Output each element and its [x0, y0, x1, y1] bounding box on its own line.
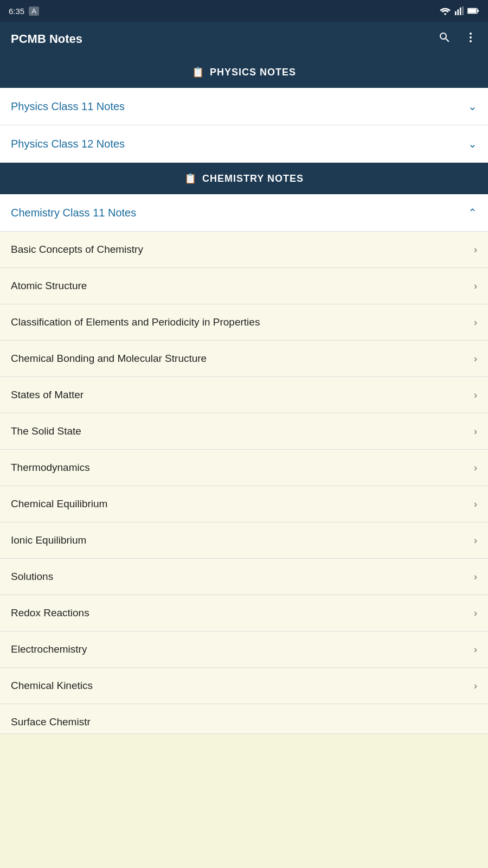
- physics-header-text: PHYSICS NOTES: [210, 67, 296, 78]
- time-display: 6:35: [9, 7, 24, 16]
- list-item[interactable]: States of Matter ›: [0, 377, 488, 413]
- svg-point-8: [470, 36, 472, 39]
- svg-rect-1: [457, 9, 459, 15]
- electrochemistry-label: Electrochemistry: [11, 643, 87, 655]
- status-bar: 6:35 A: [0, 0, 488, 22]
- surface-chemistry-label: Surface Chemistr: [11, 716, 91, 728]
- svg-point-9: [470, 40, 472, 42]
- svg-rect-6: [468, 9, 477, 12]
- chemical-bonding-arrow-icon: ›: [474, 353, 477, 365]
- chemistry-class-11-label: Chemistry Class 11 Notes: [11, 207, 136, 219]
- chemical-equilibrium-arrow-icon: ›: [474, 499, 477, 510]
- solutions-label: Solutions: [11, 571, 53, 583]
- chemical-kinetics-label: Chemical Kinetics: [11, 680, 93, 692]
- a-indicator: A: [29, 7, 39, 16]
- search-button[interactable]: [438, 31, 451, 47]
- ionic-equilibrium-arrow-icon: ›: [474, 535, 477, 546]
- battery-icon: [467, 7, 479, 15]
- classification-arrow-icon: ›: [474, 317, 477, 328]
- atomic-structure-arrow-icon: ›: [474, 280, 477, 292]
- list-item[interactable]: Chemical Bonding and Molecular Structure…: [0, 341, 488, 377]
- chemical-equilibrium-label: Chemical Equilibrium: [11, 498, 107, 510]
- basic-concepts-label: Basic Concepts of Chemistry: [11, 244, 143, 256]
- list-item[interactable]: Thermodynamics ›: [0, 450, 488, 486]
- list-item[interactable]: Ionic Equilibrium ›: [0, 522, 488, 559]
- physics-class-11-item[interactable]: Physics Class 11 Notes ⌄: [0, 88, 488, 125]
- list-item[interactable]: Redox Reactions ›: [0, 595, 488, 631]
- physics-class-12-item[interactable]: Physics Class 12 Notes ⌄: [0, 125, 488, 163]
- chemistry-header-text: CHEMISTRY NOTES: [202, 173, 304, 184]
- list-item[interactable]: Solutions ›: [0, 559, 488, 595]
- physics-class-12-label: Physics Class 12 Notes: [11, 138, 125, 150]
- svg-rect-5: [477, 10, 479, 12]
- list-item[interactable]: Classification of Elements and Periodici…: [0, 304, 488, 341]
- solid-state-arrow-icon: ›: [474, 426, 477, 437]
- chemistry-class-11-subitems: Basic Concepts of Chemistry › Atomic Str…: [0, 232, 488, 734]
- list-item[interactable]: The Solid State ›: [0, 413, 488, 450]
- chemistry-class-11-item[interactable]: Chemistry Class 11 Notes ⌃: [0, 194, 488, 232]
- svg-rect-3: [462, 7, 464, 15]
- solutions-arrow-icon: ›: [474, 571, 477, 583]
- ionic-equilibrium-label: Ionic Equilibrium: [11, 534, 86, 546]
- list-item[interactable]: Atomic Structure ›: [0, 268, 488, 304]
- physics-class-12-chevron-icon: ⌄: [468, 137, 477, 150]
- svg-rect-2: [460, 8, 461, 15]
- chemistry-header-icon: 📋: [184, 173, 197, 184]
- physics-class-11-chevron-icon: ⌄: [468, 100, 477, 113]
- svg-rect-0: [455, 11, 457, 15]
- list-item[interactable]: Chemical Kinetics ›: [0, 668, 488, 704]
- basic-concepts-arrow-icon: ›: [474, 244, 477, 256]
- app-bar-actions: [438, 31, 477, 47]
- electrochemistry-arrow-icon: ›: [474, 644, 477, 655]
- physics-class-11-label: Physics Class 11 Notes: [11, 100, 125, 113]
- wifi-icon: [439, 7, 451, 15]
- signal-icon: [454, 7, 464, 15]
- status-left: 6:35 A: [9, 7, 39, 16]
- thermodynamics-label: Thermodynamics: [11, 462, 90, 474]
- states-of-matter-label: States of Matter: [11, 389, 84, 401]
- app-title: PCMB Notes: [11, 32, 82, 46]
- chemical-kinetics-arrow-icon: ›: [474, 680, 477, 692]
- svg-point-7: [470, 33, 472, 35]
- app-bar: PCMB Notes: [0, 22, 488, 56]
- list-item[interactable]: Chemical Equilibrium ›: [0, 486, 488, 522]
- atomic-structure-label: Atomic Structure: [11, 280, 87, 292]
- physics-header-icon: 📋: [192, 66, 204, 78]
- chemistry-section-header: 📋 CHEMISTRY NOTES: [0, 163, 488, 194]
- redox-reactions-label: Redox Reactions: [11, 607, 89, 619]
- status-right: [439, 7, 479, 15]
- physics-section-header: 📋 PHYSICS NOTES: [0, 56, 488, 88]
- chemistry-class-11-chevron-icon: ⌃: [468, 206, 477, 219]
- classification-label: Classification of Elements and Periodici…: [11, 316, 260, 328]
- states-of-matter-arrow-icon: ›: [474, 390, 477, 401]
- list-item[interactable]: Electrochemistry ›: [0, 631, 488, 668]
- redox-reactions-arrow-icon: ›: [474, 608, 477, 619]
- chemical-bonding-label: Chemical Bonding and Molecular Structure: [11, 353, 207, 365]
- thermodynamics-arrow-icon: ›: [474, 462, 477, 474]
- more-options-button[interactable]: [464, 31, 477, 47]
- list-item[interactable]: Surface Chemistr: [0, 704, 488, 734]
- list-item[interactable]: Basic Concepts of Chemistry ›: [0, 232, 488, 268]
- solid-state-label: The Solid State: [11, 425, 81, 437]
